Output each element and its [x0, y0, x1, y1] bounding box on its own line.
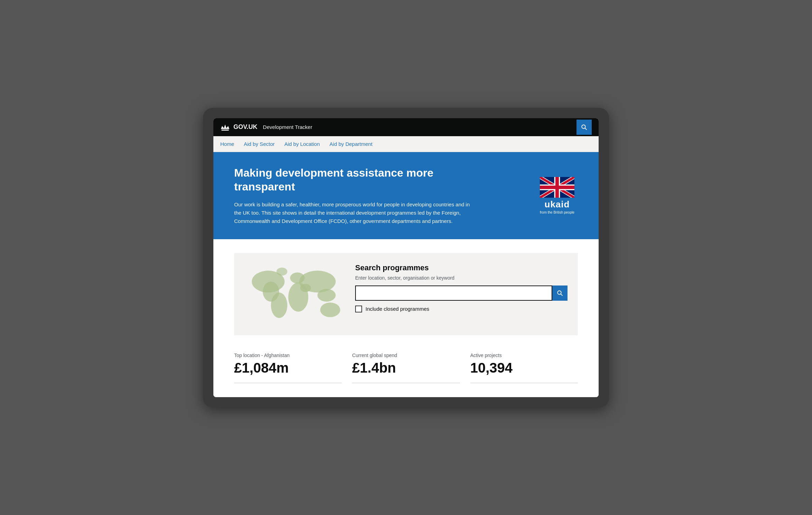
svg-line-14 [561, 294, 563, 296]
browser-window: GOV.UK Development Tracker Home Aid by S… [213, 118, 599, 397]
search-title: Search programmes [355, 263, 568, 272]
gov-logo: GOV.UK Development Tracker [220, 123, 312, 131]
stat-active-projects: Active projects 10,394 [470, 353, 578, 383]
svg-point-11 [276, 268, 287, 275]
nav-aid-by-sector[interactable]: Aid by Sector [244, 141, 275, 147]
stat-global-spend: Current global spend £1.4bn [352, 353, 460, 383]
site-name: Development Tracker [263, 124, 312, 130]
top-location-value: £1,084m [234, 360, 342, 376]
device-frame: GOV.UK Development Tracker Home Aid by S… [203, 108, 609, 408]
nav-aid-by-department[interactable]: Aid by Department [330, 141, 372, 147]
search-submit-button[interactable] [552, 285, 568, 301]
top-location-label: Top location - Afghanistan [234, 353, 342, 358]
top-search-button[interactable] [576, 120, 592, 135]
checkbox-row: Include closed programmes [355, 306, 568, 312]
search-submit-icon [557, 290, 563, 296]
stats-row: Top location - Afghanistan £1,084m Curre… [234, 353, 578, 383]
global-spend-label: Current global spend [352, 353, 460, 358]
global-spend-value: £1.4bn [352, 360, 460, 376]
search-form-area: Search programmes Enter location, sector… [355, 263, 568, 312]
crown-icon [220, 123, 230, 131]
svg-point-13 [557, 291, 561, 294]
search-section: Search programmes Enter location, sector… [234, 253, 578, 335]
hero-section: Making development assistance more trans… [213, 152, 599, 239]
hero-content: Making development assistance more trans… [234, 166, 476, 225]
svg-point-0 [582, 125, 585, 129]
gov-brand: GOV.UK [233, 123, 257, 131]
search-input[interactable] [355, 285, 552, 301]
hero-title: Making development assistance more trans… [234, 166, 476, 194]
world-map [244, 263, 345, 325]
active-projects-value: 10,394 [470, 360, 578, 376]
active-projects-label: Active projects [470, 353, 578, 358]
nav-bar: Home Aid by Sector Aid by Location Aid b… [213, 136, 599, 152]
world-map-svg [244, 263, 345, 324]
ukaid-sub: from the British people [540, 210, 574, 214]
nav-home[interactable]: Home [220, 141, 234, 147]
svg-point-5 [271, 292, 287, 318]
search-subtitle: Enter location, sector, organisation or … [355, 275, 568, 281]
hero-description: Our work is building a safer, healthier,… [234, 200, 476, 225]
svg-point-12 [300, 284, 311, 292]
top-bar: GOV.UK Development Tracker [213, 118, 599, 136]
include-closed-label[interactable]: Include closed programmes [366, 306, 429, 312]
svg-point-9 [317, 289, 336, 301]
svg-line-1 [585, 128, 587, 130]
union-jack-flag [540, 177, 574, 198]
include-closed-checkbox[interactable] [355, 306, 362, 312]
search-icon [581, 124, 587, 130]
ukaid-text: ukaid [545, 199, 570, 210]
svg-point-10 [320, 302, 340, 317]
stat-top-location: Top location - Afghanistan £1,084m [234, 353, 342, 383]
main-content: Search programmes Enter location, sector… [213, 239, 599, 397]
search-input-row [355, 285, 568, 301]
nav-aid-by-location[interactable]: Aid by Location [284, 141, 320, 147]
ukaid-logo: ukaid from the British people [536, 177, 578, 214]
